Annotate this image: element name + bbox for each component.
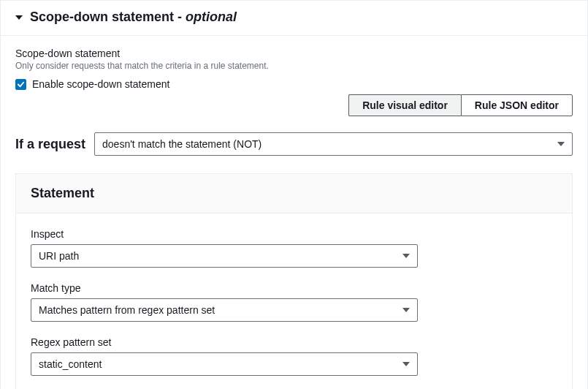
statement-body: Inspect URI path Match type Matches patt… xyxy=(16,214,572,389)
regex-set-select-value: static_content xyxy=(39,358,102,370)
caret-down-icon xyxy=(15,15,23,20)
panel-title-main: Scope-down statement xyxy=(30,10,174,24)
enable-checkbox-row: Enable scope-down statement xyxy=(15,78,573,90)
enable-checkbox-label: Enable scope-down statement xyxy=(32,78,169,90)
regex-set-field: Regex pattern set static_content xyxy=(31,336,557,376)
section-label: Scope-down statement xyxy=(15,48,573,59)
chevron-down-icon xyxy=(402,308,410,312)
condition-select-value: doesn't match the statement (NOT) xyxy=(102,138,261,150)
enable-checkbox[interactable] xyxy=(15,79,26,90)
editor-toggle-group: Rule visual editor Rule JSON editor xyxy=(348,94,573,116)
check-icon xyxy=(17,80,25,88)
rule-visual-editor-button[interactable]: Rule visual editor xyxy=(348,94,461,116)
inspect-label: Inspect xyxy=(31,228,557,240)
chevron-down-icon xyxy=(402,362,410,366)
statement-title: Statement xyxy=(31,186,94,200)
match-type-select-value: Matches pattern from regex pattern set xyxy=(39,304,215,316)
statement-panel: Statement Inspect URI path Match type Ma… xyxy=(15,173,573,389)
chevron-down-icon xyxy=(557,142,565,146)
panel-title-dash: - xyxy=(174,10,186,24)
inspect-select[interactable]: URI path xyxy=(31,244,418,268)
section-help: Only consider requests that match the cr… xyxy=(15,61,573,71)
inspect-select-value: URI path xyxy=(39,250,79,262)
panel-title: Scope-down statement - optional xyxy=(30,10,237,25)
panel-title-optional: optional xyxy=(186,10,237,24)
condition-select[interactable]: doesn't match the statement (NOT) xyxy=(94,132,573,156)
rule-json-editor-button[interactable]: Rule JSON editor xyxy=(461,94,573,116)
regex-set-label: Regex pattern set xyxy=(31,336,557,348)
panel-header[interactable]: Scope-down statement - optional xyxy=(1,1,587,36)
match-type-label: Match type xyxy=(31,282,557,294)
match-type-field: Match type Matches pattern from regex pa… xyxy=(31,282,557,322)
condition-prefix: If a request xyxy=(15,137,85,152)
regex-set-select[interactable]: static_content xyxy=(31,352,418,376)
chevron-down-icon xyxy=(402,254,410,258)
condition-row: If a request doesn't match the statement… xyxy=(15,132,573,156)
inspect-field: Inspect URI path xyxy=(31,228,557,268)
statement-header: Statement xyxy=(16,174,572,214)
scope-down-panel: Scope-down statement - optional Scope-do… xyxy=(0,0,588,389)
editor-toggle: Rule visual editor Rule JSON editor xyxy=(15,94,573,116)
match-type-select[interactable]: Matches pattern from regex pattern set xyxy=(31,298,418,322)
panel-body: Scope-down statement Only consider reque… xyxy=(1,36,587,389)
